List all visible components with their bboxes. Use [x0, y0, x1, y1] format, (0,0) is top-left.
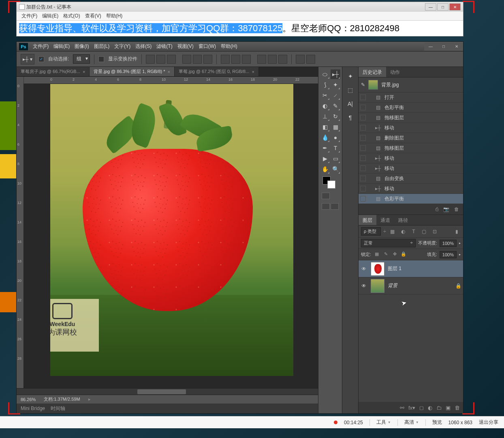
new-layer-icon[interactable]: ▣ — [446, 405, 451, 411]
toolbar-exit-button[interactable]: 退出分享 — [479, 419, 498, 426]
ps-menu-item[interactable]: 窗口(W) — [196, 43, 218, 50]
path-select-tool-icon[interactable]: ▶ — [320, 154, 330, 163]
delete-layer-icon[interactable]: 🗑 — [455, 405, 460, 411]
filter-pixel-icon[interactable]: ▦ — [389, 228, 397, 235]
lock-position-icon[interactable]: ✥ — [391, 251, 398, 258]
eyedropper-tool-icon[interactable]: ⟋ — [331, 90, 340, 100]
fill-value[interactable]: 100% — [440, 251, 457, 258]
move-tool-icon[interactable]: ▸┼ — [331, 69, 340, 79]
lock-transparent-icon[interactable]: ▦ — [374, 251, 380, 258]
notepad-titlebar[interactable]: 加群公告.txt - 记事本 — □ ✕ — [17, 2, 463, 12]
visibility-eye-icon[interactable]: 👁 — [360, 266, 367, 272]
close-button[interactable]: ✕ — [449, 3, 461, 11]
pen-tool-icon[interactable]: ✒ — [320, 143, 330, 153]
visibility-eye-icon[interactable]: 👁 — [360, 283, 367, 289]
history-step[interactable]: ▤打开 — [359, 92, 463, 103]
document-size[interactable]: 文档:1.37M/2.59M — [44, 396, 80, 402]
history-step[interactable]: ▤删除图层 — [359, 133, 463, 143]
filter-toggle-icon[interactable]: ▮ — [453, 228, 461, 235]
screen-mode-icon[interactable] — [322, 203, 330, 210]
dodge-tool-icon[interactable]: ● — [331, 133, 340, 142]
ps-titlebar[interactable]: Ps 文件(F)编辑(E)图像(I)图层(L)文字(Y)选择(S)滤镜(T)视图… — [17, 42, 463, 52]
filter-adjust-icon[interactable]: ◐ — [399, 228, 407, 235]
history-step[interactable]: ▤色彩平衡 — [359, 194, 463, 204]
canvas[interactable]: WeekEdu 为课网校 — [50, 84, 293, 376]
horizontal-ruler[interactable]: 0246810121416182022 — [17, 77, 318, 84]
opacity-value[interactable]: 100% — [440, 240, 457, 247]
layer-group-icon[interactable]: 🗀 — [436, 405, 442, 411]
timeline-tab[interactable]: 时间轴 — [51, 405, 65, 412]
collapsed-panel-icon[interactable]: A| — [346, 100, 355, 107]
distribute-icon[interactable] — [257, 55, 266, 64]
history-step[interactable]: ▸┼移动 — [359, 184, 463, 194]
notepad-menu-item[interactable]: 编辑(E) — [40, 13, 61, 19]
maximize-button[interactable]: □ — [437, 3, 448, 11]
align-vcenter-icon[interactable] — [156, 55, 165, 64]
history-step[interactable]: ▸┼移动 — [359, 163, 463, 174]
magic-wand-tool-icon[interactable]: ✦ — [331, 80, 340, 90]
layer-filter-kind[interactable]: ρ 类型 — [361, 227, 381, 236]
collapsed-panel-icon[interactable]: ✦ — [346, 73, 355, 80]
layer-fx-icon[interactable]: fx▾ — [408, 405, 415, 411]
3d-mode-icon[interactable] — [296, 55, 305, 64]
vertical-ruler[interactable]: 0246810121416182022242628 — [17, 84, 24, 388]
distribute-icon[interactable] — [242, 55, 251, 64]
brush-tool-icon[interactable]: ✎ — [331, 101, 340, 111]
type-tool-icon[interactable]: T — [331, 143, 340, 153]
ps-menu-item[interactable]: 选择(S) — [133, 43, 154, 50]
distribute-icon[interactable] — [221, 55, 230, 64]
toolbar-preview-button[interactable]: 预览 — [432, 419, 442, 426]
distribute-icon[interactable] — [278, 55, 287, 64]
ps-close-button[interactable]: ✕ — [450, 43, 463, 51]
notepad-menu-item[interactable]: 文件(F) — [19, 13, 40, 19]
panel-tab[interactable]: 历史记录 — [359, 67, 386, 77]
panel-tab[interactable]: 图层 — [359, 215, 376, 225]
ps-maximize-button[interactable]: □ — [437, 43, 450, 51]
panel-tab[interactable]: 通道 — [376, 215, 394, 225]
adjustment-layer-icon[interactable]: ◐ — [428, 405, 432, 411]
ps-menu-item[interactable]: 视图(V) — [175, 43, 196, 50]
crop-tool-icon[interactable]: ✂ — [320, 90, 330, 100]
layer-mask-icon[interactable]: ◻ — [419, 405, 424, 411]
history-step[interactable]: ▤色彩平衡 — [359, 103, 463, 113]
create-snapshot-icon[interactable]: ⎙ — [436, 206, 438, 212]
history-brush-tool-icon[interactable]: ↻ — [331, 112, 340, 121]
marquee-tool-icon[interactable]: ⬭ — [320, 69, 330, 79]
blend-mode-dropdown[interactable]: 正常 — [361, 239, 416, 247]
canvas-viewport[interactable]: WeekEdu 为课网校 — [24, 84, 318, 388]
ps-menu-item[interactable]: 文字(Y) — [112, 43, 133, 50]
layer-name[interactable]: 图层 1 — [388, 265, 401, 272]
toolbar-quality-menu[interactable]: 高清▼ — [404, 419, 419, 426]
filter-smart-icon[interactable]: ⊡ — [431, 228, 439, 235]
gradient-tool-icon[interactable]: ▦ — [331, 122, 340, 132]
horizontal-scrollbar[interactable] — [17, 388, 318, 395]
collapsed-panel-icon[interactable]: ⬚ — [346, 86, 355, 94]
hand-tool-icon[interactable]: ✋ — [320, 164, 330, 174]
history-step[interactable]: ▤拖移图层 — [359, 113, 463, 123]
camera-icon[interactable]: 📷 — [443, 206, 449, 212]
history-step[interactable]: ▸┼移动 — [359, 123, 463, 133]
align-top-icon[interactable] — [146, 55, 155, 64]
layer-thumbnail[interactable] — [371, 279, 384, 293]
document-tab[interactable]: 背景.jpg @ 86.3% (图层 1, RGB/8) *× — [90, 67, 175, 76]
show-transform-checkbox[interactable]: ✓ — [98, 56, 104, 62]
layer-name[interactable]: 背景 — [388, 282, 397, 289]
distribute-icon[interactable] — [268, 55, 277, 64]
screen-mode-icon[interactable] — [331, 203, 339, 210]
align-bottom-icon[interactable] — [167, 55, 176, 64]
notepad-menu-item[interactable]: 帮助(H) — [104, 13, 125, 19]
blur-tool-icon[interactable]: 💧 — [320, 133, 330, 142]
quick-mask-icon[interactable] — [322, 193, 330, 199]
toolbar-tool-menu[interactable]: 工具▼ — [376, 419, 391, 426]
notepad-menu-item[interactable]: 格式(O) — [61, 13, 82, 19]
notepad-menu-item[interactable]: 查看(V) — [83, 13, 104, 19]
filter-type-icon[interactable]: T — [410, 228, 418, 235]
background-color-swatch[interactable] — [327, 180, 335, 189]
zoom-tool-icon[interactable]: 🔍 — [331, 164, 340, 174]
distribute-icon[interactable] — [231, 55, 240, 64]
document-tab[interactable]: 草莓.jpg @ 67.2% (图层 0, RGB/8...× — [175, 67, 259, 76]
document-tab[interactable]: 草莓房子.jpg @ 66.7%(RGB...× — [17, 67, 90, 76]
link-layers-icon[interactable]: ⚯ — [400, 405, 404, 411]
close-tab-icon[interactable]: × — [83, 69, 85, 74]
history-step[interactable]: ▸┼移动 — [359, 153, 463, 163]
